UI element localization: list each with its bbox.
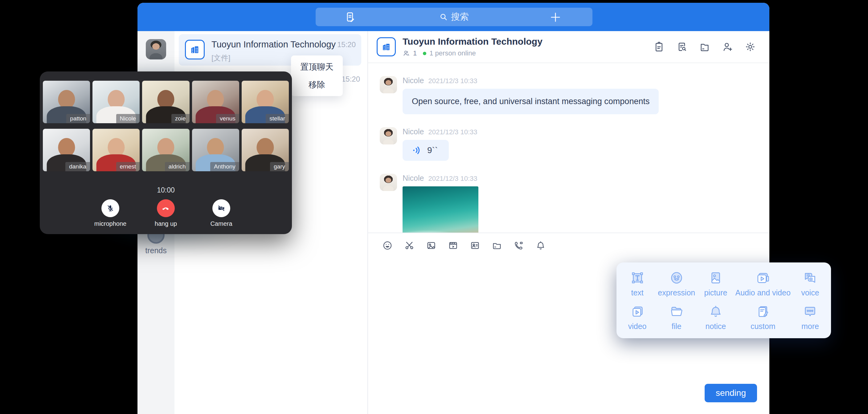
- note-edit-icon[interactable]: [344, 11, 356, 23]
- voice-duration: 9``: [427, 146, 438, 155]
- call-timer: 10:00: [40, 186, 292, 194]
- participant-name: Anthony: [210, 162, 239, 171]
- participant-tile: danika: [43, 129, 90, 171]
- participant-tile: zoie: [142, 81, 189, 123]
- microphone-control: microphone: [92, 199, 129, 227]
- chat-main: Tuoyun Information Technology 1 1 person…: [368, 31, 769, 414]
- search-icon: [439, 12, 448, 21]
- online-dot: [423, 52, 426, 55]
- voice-wave-icon: [412, 146, 422, 155]
- notice-icon: [709, 304, 723, 319]
- picture-icon: [709, 270, 723, 286]
- message-toolbar: [368, 232, 769, 258]
- camera-control: Camera: [203, 199, 240, 227]
- participant-name: gary: [270, 162, 289, 171]
- voice-icon: [802, 270, 818, 286]
- participant-name: patton: [66, 114, 90, 123]
- emoji-icon[interactable]: [382, 240, 393, 251]
- chat-history-search-icon[interactable]: [676, 41, 687, 52]
- add-member-icon[interactable]: [722, 41, 733, 52]
- group-file-icon[interactable]: [699, 41, 710, 52]
- participant-name: stellar: [266, 114, 289, 123]
- popup-item-voice[interactable]: voice: [790, 267, 830, 300]
- sender-name: Nicole: [403, 127, 424, 136]
- popup-label: Audio and video: [736, 288, 790, 297]
- popup-label: more: [801, 322, 819, 331]
- contact-card-icon[interactable]: [470, 240, 480, 251]
- file-icon: [670, 304, 684, 319]
- message-voice: Nicole 2021/12/3 10:33 9``: [380, 127, 757, 161]
- popup-item-text[interactable]: text: [618, 267, 657, 300]
- file-folder-icon[interactable]: [492, 240, 502, 251]
- call-controls: 10:00 microphone hang up: [40, 186, 292, 227]
- popup-item-file[interactable]: file: [657, 300, 696, 334]
- popup-item-video[interactable]: video: [618, 300, 657, 334]
- participant-tile: ernest: [92, 129, 140, 171]
- popup-label: file: [672, 322, 682, 331]
- microphone-label: microphone: [94, 220, 127, 227]
- popup-label: custom: [750, 322, 776, 331]
- voice-bubble[interactable]: 9``: [403, 140, 449, 161]
- chat-header: Tuoyun Information Technology 1 1 person…: [368, 31, 769, 63]
- video-clip-icon[interactable]: [448, 240, 458, 251]
- popup-label: text: [631, 288, 643, 297]
- hang-up-label: hang up: [155, 220, 177, 227]
- custom-icon: [756, 304, 770, 319]
- search-placeholder: 搜索: [451, 11, 469, 23]
- image-attachment-beach[interactable]: [403, 186, 478, 232]
- microphone-mute-button[interactable]: [101, 199, 119, 217]
- av-call-icon[interactable]: [514, 240, 524, 251]
- participant-tile: Anthony: [192, 129, 239, 171]
- hang-up-button[interactable]: [157, 199, 175, 217]
- search-input[interactable]: 搜索: [316, 8, 592, 26]
- avatar[interactable]: [380, 76, 397, 93]
- participant-name: zoie: [172, 114, 190, 123]
- members-icon: [403, 50, 410, 57]
- popup-item-expression[interactable]: expression: [657, 267, 696, 300]
- message-time: 2021/12/3 10:33: [428, 77, 477, 85]
- hangup-control: hang up: [147, 199, 184, 227]
- send-button[interactable]: sending: [705, 384, 757, 402]
- group-avatar: [377, 37, 396, 56]
- topbar: 搜索: [137, 3, 769, 31]
- camera-label: Camera: [210, 220, 232, 227]
- popup-item-custom[interactable]: custom: [736, 300, 790, 334]
- popup-label: picture: [704, 288, 727, 297]
- chat-title: Tuoyun Information Technology: [403, 36, 542, 47]
- add-icon[interactable]: [549, 11, 562, 23]
- chat-item-time: 15:20: [342, 75, 360, 84]
- settings-icon[interactable]: [745, 41, 756, 52]
- message-time: 2021/12/3 10:33: [428, 128, 477, 136]
- popup-item-notice[interactable]: notice: [696, 300, 735, 334]
- participant-name: venus: [216, 114, 239, 123]
- popup-label: expression: [658, 288, 695, 297]
- sender-name: Nicole: [403, 76, 424, 85]
- video-icon: [630, 304, 645, 319]
- video-call-window: patton Nicole zoie venus stellar danika …: [40, 71, 292, 234]
- screenshot-scissors-icon[interactable]: [404, 240, 414, 251]
- participant-tile: patton: [43, 81, 90, 123]
- participant-tile: aldrich: [142, 129, 189, 171]
- online-status: 1 person online: [429, 49, 475, 57]
- avatar[interactable]: [380, 174, 397, 191]
- announcement-icon[interactable]: [653, 41, 664, 52]
- camera-off-button[interactable]: [212, 199, 230, 217]
- avatar[interactable]: [380, 127, 397, 145]
- popup-item-audio-video[interactable]: Audio and video: [736, 267, 790, 300]
- member-count: 1: [413, 49, 417, 57]
- text-bubble: Open source, free, and universal instant…: [403, 89, 659, 114]
- message-list: Nicole 2021/12/3 10:33 Open source, free…: [368, 63, 769, 232]
- notification-bell-icon[interactable]: [535, 240, 546, 251]
- popup-item-picture[interactable]: picture: [696, 267, 735, 300]
- message-image: Nicole 2021/12/3 10:33: [380, 174, 757, 232]
- participant-grid: patton Nicole zoie venus stellar danika …: [43, 81, 289, 171]
- popup-item-more[interactable]: more: [790, 300, 830, 334]
- text-icon: [630, 270, 645, 286]
- participant-tile: venus: [192, 81, 239, 123]
- message-text: Nicole 2021/12/3 10:33 Open source, free…: [380, 76, 757, 114]
- expression-icon: [670, 270, 684, 286]
- message-time: 2021/12/3 10:33: [428, 174, 477, 183]
- picture-icon[interactable]: [426, 240, 436, 251]
- participant-name: ernest: [116, 162, 140, 171]
- participant-name: danika: [65, 162, 90, 171]
